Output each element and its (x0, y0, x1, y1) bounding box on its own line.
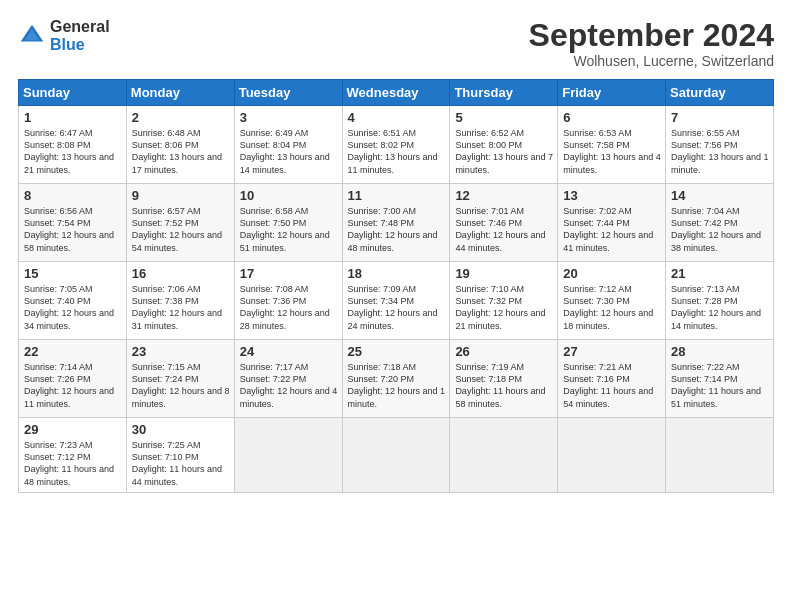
week-row-5: 29Sunrise: 7:23 AMSunset: 7:12 PMDayligh… (19, 418, 774, 493)
day-number: 19 (455, 266, 553, 281)
table-row: 28Sunrise: 7:22 AMSunset: 7:14 PMDayligh… (666, 340, 774, 418)
cell-content: Sunrise: 7:22 AMSunset: 7:14 PMDaylight:… (671, 361, 769, 410)
cell-content: Sunrise: 7:09 AMSunset: 7:34 PMDaylight:… (348, 283, 446, 332)
table-row: 17Sunrise: 7:08 AMSunset: 7:36 PMDayligh… (234, 262, 342, 340)
day-number: 24 (240, 344, 338, 359)
day-number: 9 (132, 188, 230, 203)
col-saturday: Saturday (666, 80, 774, 106)
day-number: 12 (455, 188, 553, 203)
week-row-1: 1Sunrise: 6:47 AMSunset: 8:08 PMDaylight… (19, 106, 774, 184)
cell-content: Sunrise: 7:02 AMSunset: 7:44 PMDaylight:… (563, 205, 661, 254)
cell-content: Sunrise: 7:12 AMSunset: 7:30 PMDaylight:… (563, 283, 661, 332)
col-tuesday: Tuesday (234, 80, 342, 106)
table-row: 12Sunrise: 7:01 AMSunset: 7:46 PMDayligh… (450, 184, 558, 262)
cell-content: Sunrise: 7:06 AMSunset: 7:38 PMDaylight:… (132, 283, 230, 332)
week-row-2: 8Sunrise: 6:56 AMSunset: 7:54 PMDaylight… (19, 184, 774, 262)
day-number: 1 (24, 110, 122, 125)
month-title: September 2024 (529, 18, 774, 53)
col-friday: Friday (558, 80, 666, 106)
logo-general-text: General (50, 18, 110, 36)
cell-content: Sunrise: 7:01 AMSunset: 7:46 PMDaylight:… (455, 205, 553, 254)
day-number: 20 (563, 266, 661, 281)
title-block: September 2024 Wolhusen, Lucerne, Switze… (529, 18, 774, 69)
header-row: Sunday Monday Tuesday Wednesday Thursday… (19, 80, 774, 106)
cell-content: Sunrise: 6:52 AMSunset: 8:00 PMDaylight:… (455, 127, 553, 176)
table-row: 16Sunrise: 7:06 AMSunset: 7:38 PMDayligh… (126, 262, 234, 340)
table-row: 29Sunrise: 7:23 AMSunset: 7:12 PMDayligh… (19, 418, 127, 493)
day-number: 5 (455, 110, 553, 125)
day-number: 3 (240, 110, 338, 125)
cell-content: Sunrise: 6:51 AMSunset: 8:02 PMDaylight:… (348, 127, 446, 176)
day-number: 16 (132, 266, 230, 281)
table-row: 18Sunrise: 7:09 AMSunset: 7:34 PMDayligh… (342, 262, 450, 340)
table-row: 15Sunrise: 7:05 AMSunset: 7:40 PMDayligh… (19, 262, 127, 340)
cell-content: Sunrise: 6:48 AMSunset: 8:06 PMDaylight:… (132, 127, 230, 176)
day-number: 8 (24, 188, 122, 203)
logo: General Blue (18, 18, 110, 53)
cell-content: Sunrise: 7:13 AMSunset: 7:28 PMDaylight:… (671, 283, 769, 332)
cell-content: Sunrise: 6:57 AMSunset: 7:52 PMDaylight:… (132, 205, 230, 254)
table-row: 11Sunrise: 7:00 AMSunset: 7:48 PMDayligh… (342, 184, 450, 262)
col-monday: Monday (126, 80, 234, 106)
table-row: 14Sunrise: 7:04 AMSunset: 7:42 PMDayligh… (666, 184, 774, 262)
table-row (450, 418, 558, 493)
day-number: 21 (671, 266, 769, 281)
day-number: 4 (348, 110, 446, 125)
day-number: 13 (563, 188, 661, 203)
logo-icon (18, 22, 46, 50)
table-row: 3Sunrise: 6:49 AMSunset: 8:04 PMDaylight… (234, 106, 342, 184)
logo-blue-text: Blue (50, 36, 110, 54)
day-number: 2 (132, 110, 230, 125)
table-row: 25Sunrise: 7:18 AMSunset: 7:20 PMDayligh… (342, 340, 450, 418)
table-row (666, 418, 774, 493)
day-number: 22 (24, 344, 122, 359)
table-row: 8Sunrise: 6:56 AMSunset: 7:54 PMDaylight… (19, 184, 127, 262)
day-number: 6 (563, 110, 661, 125)
table-row: 9Sunrise: 6:57 AMSunset: 7:52 PMDaylight… (126, 184, 234, 262)
table-row (342, 418, 450, 493)
table-row: 13Sunrise: 7:02 AMSunset: 7:44 PMDayligh… (558, 184, 666, 262)
table-row: 2Sunrise: 6:48 AMSunset: 8:06 PMDaylight… (126, 106, 234, 184)
table-row: 26Sunrise: 7:19 AMSunset: 7:18 PMDayligh… (450, 340, 558, 418)
col-sunday: Sunday (19, 80, 127, 106)
day-number: 27 (563, 344, 661, 359)
page: General Blue September 2024 Wolhusen, Lu… (0, 0, 792, 612)
subtitle: Wolhusen, Lucerne, Switzerland (529, 53, 774, 69)
table-row: 21Sunrise: 7:13 AMSunset: 7:28 PMDayligh… (666, 262, 774, 340)
table-row: 10Sunrise: 6:58 AMSunset: 7:50 PMDayligh… (234, 184, 342, 262)
col-thursday: Thursday (450, 80, 558, 106)
day-number: 18 (348, 266, 446, 281)
day-number: 23 (132, 344, 230, 359)
cell-content: Sunrise: 7:17 AMSunset: 7:22 PMDaylight:… (240, 361, 338, 410)
day-number: 14 (671, 188, 769, 203)
table-row: 19Sunrise: 7:10 AMSunset: 7:32 PMDayligh… (450, 262, 558, 340)
table-row: 24Sunrise: 7:17 AMSunset: 7:22 PMDayligh… (234, 340, 342, 418)
cell-content: Sunrise: 7:05 AMSunset: 7:40 PMDaylight:… (24, 283, 122, 332)
table-row: 22Sunrise: 7:14 AMSunset: 7:26 PMDayligh… (19, 340, 127, 418)
col-wednesday: Wednesday (342, 80, 450, 106)
week-row-4: 22Sunrise: 7:14 AMSunset: 7:26 PMDayligh… (19, 340, 774, 418)
table-row (558, 418, 666, 493)
day-number: 29 (24, 422, 122, 437)
cell-content: Sunrise: 7:21 AMSunset: 7:16 PMDaylight:… (563, 361, 661, 410)
table-row: 4Sunrise: 6:51 AMSunset: 8:02 PMDaylight… (342, 106, 450, 184)
table-row: 27Sunrise: 7:21 AMSunset: 7:16 PMDayligh… (558, 340, 666, 418)
day-number: 28 (671, 344, 769, 359)
cell-content: Sunrise: 6:47 AMSunset: 8:08 PMDaylight:… (24, 127, 122, 176)
table-row: 20Sunrise: 7:12 AMSunset: 7:30 PMDayligh… (558, 262, 666, 340)
cell-content: Sunrise: 7:15 AMSunset: 7:24 PMDaylight:… (132, 361, 230, 410)
cell-content: Sunrise: 6:58 AMSunset: 7:50 PMDaylight:… (240, 205, 338, 254)
day-number: 7 (671, 110, 769, 125)
header: General Blue September 2024 Wolhusen, Lu… (18, 18, 774, 69)
day-number: 25 (348, 344, 446, 359)
cell-content: Sunrise: 6:56 AMSunset: 7:54 PMDaylight:… (24, 205, 122, 254)
cell-content: Sunrise: 7:19 AMSunset: 7:18 PMDaylight:… (455, 361, 553, 410)
day-number: 26 (455, 344, 553, 359)
cell-content: Sunrise: 7:18 AMSunset: 7:20 PMDaylight:… (348, 361, 446, 410)
logo-text: General Blue (50, 18, 110, 53)
table-row: 30Sunrise: 7:25 AMSunset: 7:10 PMDayligh… (126, 418, 234, 493)
day-number: 15 (24, 266, 122, 281)
cell-content: Sunrise: 6:55 AMSunset: 7:56 PMDaylight:… (671, 127, 769, 176)
cell-content: Sunrise: 7:10 AMSunset: 7:32 PMDaylight:… (455, 283, 553, 332)
cell-content: Sunrise: 7:25 AMSunset: 7:10 PMDaylight:… (132, 439, 230, 488)
